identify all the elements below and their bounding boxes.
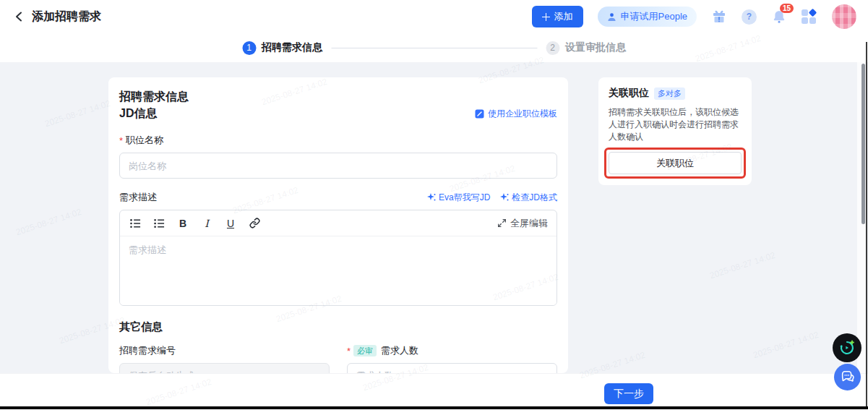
bold-button[interactable]: B [176, 217, 189, 230]
italic-button[interactable]: I [200, 217, 213, 230]
person-icon [607, 12, 616, 22]
required-mark: * [347, 346, 351, 356]
circular-arrow-icon [838, 339, 856, 356]
gift-button[interactable] [711, 9, 727, 25]
fullscreen-edit-label: 全屏编辑 [510, 217, 548, 230]
chevron-left-icon [14, 12, 23, 22]
notifications-button[interactable]: 15 [771, 9, 787, 25]
description-label: 需求描述 [119, 191, 157, 204]
format-tools: B I U [129, 217, 261, 230]
eva-write-jd-label: Eva帮我写JD [439, 192, 490, 204]
ai-links: Eva帮我写JD 检查JD格式 [427, 192, 557, 204]
step-1-requirement-info[interactable]: 1 招聘需求信息 [242, 41, 322, 55]
stepper-band: 1 招聘需求信息 2 设置审批信息 [0, 33, 868, 62]
expand-icon [497, 218, 507, 228]
linked-position-card: 关联职位 多对多 招聘需求关联职位后，该职位候选人进行入职确认时会进行招聘需求人… [598, 77, 752, 185]
must-review-badge: 必审 [353, 345, 377, 356]
scrollbar-thumb[interactable] [861, 64, 865, 224]
template-icon [475, 109, 484, 119]
associate-position-button[interactable]: 关联职位 [609, 152, 742, 174]
bullet-list-button[interactable] [129, 217, 142, 230]
apps-grid-button[interactable] [802, 9, 816, 24]
add-button[interactable]: 添加 [532, 6, 583, 27]
check-jd-format-label: 检查JD格式 [512, 192, 557, 204]
rich-text-editor: B I U 全屏编辑 [119, 210, 557, 306]
question-mark-icon: ? [742, 9, 757, 25]
step-2-number: 2 [546, 41, 559, 55]
trial-people-button[interactable]: 申请试用People [598, 7, 697, 27]
window-right-edge [866, 42, 867, 407]
plus-icon [542, 13, 550, 21]
chat-bubbles-icon [840, 370, 856, 385]
required-mark: * [119, 135, 123, 146]
header-actions: 添加 申请试用People ? [532, 4, 856, 29]
card-header: 招聘需求信息 JD信息 使用企业职位模板 [119, 88, 557, 121]
window-bottom-edge [0, 406, 868, 409]
description-textarea[interactable] [120, 236, 557, 305]
underline-button[interactable]: U [224, 217, 237, 230]
stepper: 1 招聘需求信息 2 设置审批信息 [242, 33, 626, 62]
req-code-label: 招聘需求编号 [119, 344, 330, 357]
insert-link-button[interactable] [248, 217, 261, 230]
associate-button-wrap: 关联职位 [609, 152, 742, 174]
fullscreen-edit-button[interactable]: 全屏编辑 [497, 217, 548, 230]
editor-toolbar: B I U 全屏编辑 [120, 210, 557, 236]
step-2-label: 设置审批信息 [565, 41, 626, 54]
side-card-header: 关联职位 多对多 [609, 87, 742, 100]
other-info-title: 其它信息 [119, 320, 557, 334]
content-area: 招聘需求信息 JD信息 使用企业职位模板 * 职位名称 需求描述 Eva [0, 62, 868, 373]
job-title-label-row: * 职位名称 [119, 134, 557, 147]
side-card-title: 关联职位 [609, 87, 649, 100]
card-title-line2: JD信息 [119, 105, 189, 121]
sparkle-icon [427, 193, 436, 202]
eva-write-jd-link[interactable]: Eva帮我写JD [427, 192, 490, 204]
apps-grid-icon [802, 9, 816, 24]
use-template-label: 使用企业职位模板 [488, 108, 557, 120]
numbered-list-button[interactable] [152, 217, 166, 230]
step-1-label: 招聘需求信息 [262, 41, 322, 54]
description-label-row: 需求描述 Eva帮我写JD 检查JD格式 [119, 191, 557, 204]
card-title-block: 招聘需求信息 JD信息 [119, 88, 189, 121]
headcount-label-row: * 必审 需求人数 [347, 344, 557, 357]
check-jd-format-link[interactable]: 检查JD格式 [500, 192, 557, 204]
card-title-line1: 招聘需求信息 [119, 88, 189, 105]
step-1-number: 1 [242, 41, 256, 55]
bullet-list-icon [130, 218, 141, 229]
help-button[interactable]: ? [742, 9, 757, 25]
top-header: 添加招聘需求 添加 申请试用People [0, 0, 868, 33]
avatar[interactable] [832, 4, 856, 29]
footer-bar: 下一步 [0, 373, 868, 406]
app-window: 添加招聘需求 添加 申请试用People [0, 0, 868, 410]
side-card-description: 招聘需求关联职位后，该职位候选人进行入职确认时会进行招聘需求人数确认 [609, 106, 742, 143]
job-title-input[interactable] [119, 153, 557, 179]
add-button-label: 添加 [554, 10, 573, 23]
record-float-button[interactable] [833, 333, 861, 362]
use-template-link[interactable]: 使用企业职位模板 [475, 108, 557, 120]
link-icon [249, 218, 260, 229]
many-to-many-badge: 多对多 [654, 87, 685, 100]
sparkle-icon [500, 193, 509, 202]
next-step-button[interactable]: 下一步 [604, 383, 653, 404]
step-2-approval-settings[interactable]: 2 设置审批信息 [546, 41, 626, 55]
customer-service-float-button[interactable] [834, 364, 861, 390]
gift-icon [711, 9, 727, 25]
stepper-connector [331, 48, 537, 48]
requirement-form-card: 招聘需求信息 JD信息 使用企业职位模板 * 职位名称 需求描述 Eva [108, 77, 568, 373]
page-title: 添加招聘需求 [32, 9, 101, 25]
numbered-list-icon [154, 218, 165, 229]
job-title-label: 职位名称 [126, 134, 163, 147]
headcount-label: 需求人数 [381, 344, 418, 357]
notification-badge: 15 [780, 4, 794, 13]
trial-button-label: 申请试用People [621, 10, 687, 23]
back-button[interactable] [12, 9, 26, 24]
